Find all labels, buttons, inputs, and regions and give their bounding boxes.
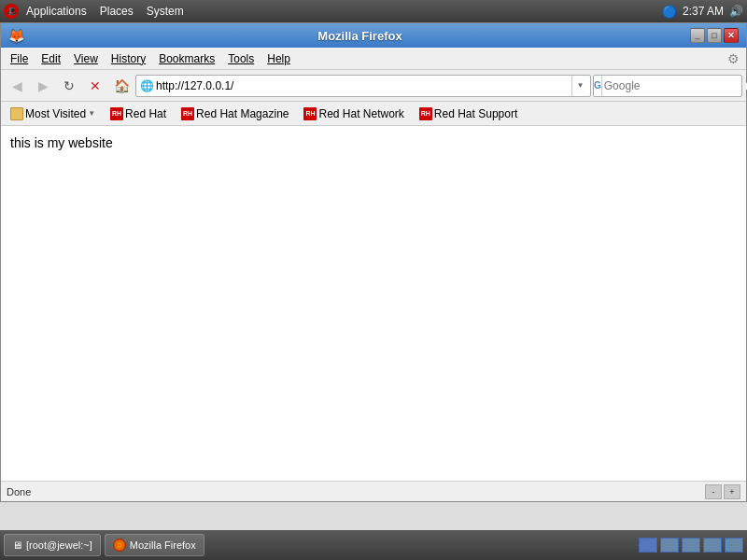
bookmark-red-hat-magazine[interactable]: RH Red Hat Magazine bbox=[176, 105, 294, 122]
close-button[interactable]: ✕ bbox=[724, 28, 739, 43]
reload-button[interactable]: ↻ bbox=[57, 74, 81, 98]
google-g-label: G bbox=[594, 80, 601, 91]
sound-icon: 🔊 bbox=[729, 5, 743, 18]
terminal-icon: 🖥 bbox=[12, 539, 22, 551]
bookmark-most-visited[interactable]: Most Visited ▼ bbox=[5, 105, 101, 122]
taskbar-system[interactable]: System bbox=[141, 3, 190, 20]
zoom-decrease-button[interactable]: - bbox=[705, 484, 722, 499]
menu-edit[interactable]: Edit bbox=[35, 50, 66, 67]
status-right: - + bbox=[705, 484, 740, 499]
bookmarks-bar: Most Visited ▼ RH Red Hat RH Red Hat Mag… bbox=[1, 102, 746, 126]
zoom-increase-button[interactable]: + bbox=[724, 484, 740, 499]
taskbar-settings-icon[interactable] bbox=[725, 538, 743, 553]
taskbar-right-indicators bbox=[639, 538, 743, 553]
bookmark-red-hat-support[interactable]: RH Red Hat Support bbox=[414, 105, 523, 122]
address-bar[interactable]: 🌐 ▼ bbox=[135, 75, 591, 97]
firefox-window: 🦊 Mozilla Firefox _ □ ✕ File Edit View H… bbox=[0, 22, 747, 502]
places-label: Places bbox=[100, 5, 134, 18]
firefox-taskbar-button[interactable]: Mozilla Firefox bbox=[105, 534, 204, 556]
firefox-taskbar-label: Mozilla Firefox bbox=[130, 539, 196, 551]
taskbar-applications[interactable]: Applications bbox=[21, 3, 92, 20]
status-text: Done bbox=[7, 486, 31, 497]
bottom-taskbar: 🖥 [root@jewel:~] Mozilla Firefox bbox=[0, 530, 747, 560]
bookmark-red-hat-support-label: Red Hat Support bbox=[434, 107, 517, 120]
system-label: System bbox=[147, 5, 184, 18]
stop-button[interactable]: ✕ bbox=[83, 74, 107, 98]
address-dropdown-button[interactable]: ▼ bbox=[571, 76, 588, 96]
workspace-2-indicator[interactable] bbox=[660, 538, 679, 553]
top-taskbar: 🎩 Applications Places System 🔵 2:37 AM 🔊 bbox=[0, 0, 747, 22]
page-content-text: this is my website bbox=[10, 135, 113, 150]
window-controls: _ □ ✕ bbox=[690, 28, 739, 43]
gnome-logo-icon: 🎩 bbox=[4, 4, 19, 19]
taskbar-left-items: 🎩 Applications Places System bbox=[4, 3, 190, 20]
workspace-3-indicator[interactable] bbox=[682, 538, 700, 553]
window-title: Mozilla Firefox bbox=[30, 29, 690, 43]
redhat-network-icon: RH bbox=[303, 107, 317, 120]
search-engine-button[interactable]: G bbox=[594, 76, 602, 96]
folder-icon bbox=[10, 107, 23, 120]
back-button[interactable]: ◀ bbox=[5, 74, 29, 98]
redhat-support-icon: RH bbox=[419, 107, 432, 120]
bookmark-most-visited-label: Most Visited bbox=[25, 107, 86, 120]
search-input[interactable] bbox=[602, 79, 746, 92]
gear-icon: ⚙ bbox=[727, 51, 742, 66]
menu-bookmarks[interactable]: Bookmarks bbox=[153, 50, 220, 67]
search-container: G ▶ bbox=[593, 75, 742, 97]
menu-view[interactable]: View bbox=[68, 50, 104, 67]
content-area: this is my website bbox=[1, 126, 746, 481]
menu-history[interactable]: History bbox=[106, 50, 151, 67]
address-icon: 🌐 bbox=[138, 79, 156, 92]
maximize-button[interactable]: □ bbox=[707, 28, 722, 43]
taskbar-right-items: 🔵 2:37 AM 🔊 bbox=[662, 5, 743, 19]
terminal-label: [root@jewel:~] bbox=[26, 539, 92, 551]
workspace-4-indicator[interactable] bbox=[703, 538, 722, 553]
terminal-taskbar-button[interactable]: 🖥 [root@jewel:~] bbox=[4, 534, 101, 556]
nav-bar: ◀ ▶ ↻ ✕ 🏠 🌐 ▼ G ▶ bbox=[1, 70, 746, 102]
ff-logo-icon: 🦊 bbox=[8, 28, 24, 43]
firefox-icon bbox=[113, 539, 126, 552]
clock: 2:37 AM bbox=[683, 5, 724, 18]
menu-tools[interactable]: Tools bbox=[222, 50, 260, 67]
status-bar: Done - + bbox=[1, 481, 746, 501]
menu-help[interactable]: Help bbox=[261, 50, 296, 67]
taskbar-places[interactable]: Places bbox=[94, 3, 139, 20]
title-bar: 🦊 Mozilla Firefox _ □ ✕ bbox=[1, 23, 746, 48]
bookmark-red-hat-label: Red Hat bbox=[125, 107, 166, 120]
applications-label: Applications bbox=[26, 5, 87, 18]
minimize-button[interactable]: _ bbox=[690, 28, 705, 43]
bookmark-red-hat[interactable]: RH Red Hat bbox=[105, 105, 172, 122]
bookmark-red-hat-network[interactable]: RH Red Hat Network bbox=[298, 105, 409, 122]
bookmark-red-hat-magazine-label: Red Hat Magazine bbox=[196, 107, 289, 120]
address-input[interactable] bbox=[156, 79, 571, 92]
workspace-1-indicator[interactable] bbox=[639, 538, 657, 553]
menu-file[interactable]: File bbox=[5, 50, 34, 67]
dropdown-arrow-icon: ▼ bbox=[88, 109, 95, 118]
home-button[interactable]: 🏠 bbox=[109, 74, 134, 98]
redhat-icon: RH bbox=[110, 107, 123, 120]
bookmark-red-hat-network-label: Red Hat Network bbox=[318, 107, 403, 120]
redhat-magazine-icon: RH bbox=[181, 107, 194, 120]
menu-bar: File Edit View History Bookmarks Tools H… bbox=[1, 48, 746, 70]
forward-button[interactable]: ▶ bbox=[31, 74, 55, 98]
bluetooth-icon: 🔵 bbox=[662, 5, 677, 19]
